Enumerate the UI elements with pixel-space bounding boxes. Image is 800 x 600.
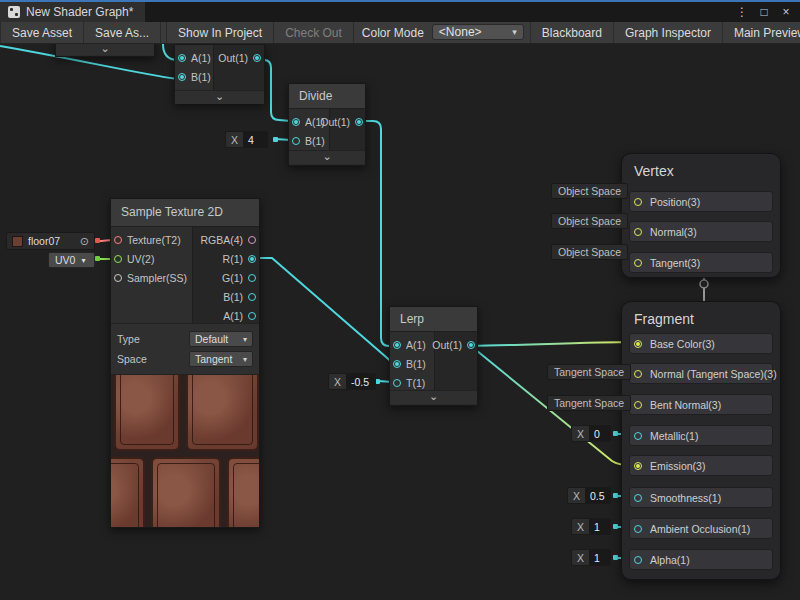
dot-uv [95,256,100,261]
top-math-node[interactable]: A(1) B(1) Out(1) ⌄ [174,44,265,104]
divide-b-value-field[interactable]: X 4 [225,131,268,148]
shader-graph-window: New Shader Graph* ⋮ □ × Save Asset Save … [0,0,800,600]
port-a[interactable] [178,54,186,62]
chevron-down-icon: ▾ [243,335,247,344]
frag-normal-space-pill[interactable]: Tangent Space [547,364,631,380]
uv-channel-dropdown[interactable]: UV0 ▾ [48,252,95,268]
sample-texture-2d-node[interactable]: Sample Texture 2D Texture(T2) UV(2) Samp… [110,198,260,528]
check-out-button: Check Out [274,22,354,43]
texture-thumbnail [12,236,23,247]
wire-r-to-lerp-b[interactable] [253,258,395,364]
chevron-down-icon: ▾ [512,27,517,37]
port-base-color[interactable] [634,340,642,348]
block-link-icon [700,280,708,288]
position-space-pill[interactable]: Object Space [551,183,628,199]
port-alpha[interactable] [634,556,642,564]
port-normal[interactable] [634,228,642,236]
ambient-occlusion-value-field[interactable]: X 1 [571,518,611,535]
show-in-project-button[interactable]: Show In Project [166,22,274,43]
port-sampler[interactable] [114,274,122,282]
bent-normal-space-pill[interactable]: Tangent Space [547,395,631,411]
tab-title: New Shader Graph* [26,5,133,19]
port-b[interactable] [248,293,256,301]
port-texture[interactable] [114,236,122,244]
port-smoothness[interactable] [634,494,642,502]
close-icon[interactable]: × [778,5,794,19]
port-b[interactable] [393,360,401,368]
dot-ao [613,524,618,529]
object-picker-icon[interactable]: ⊙ [80,235,89,248]
tab-new-shader-graph[interactable]: New Shader Graph* [0,2,145,22]
node-title: Sample Texture 2D [111,199,259,227]
toolbar: Save Asset Save As... Show In Project Ch… [0,22,800,44]
port-position[interactable] [634,198,642,206]
dot-divide-b [273,137,278,142]
alpha-value-field[interactable]: X 1 [571,549,611,566]
node-controls: Type Default ▾ Space Tangent ▾ [111,323,259,374]
port-uv[interactable] [114,255,122,263]
node-title: Divide [289,84,365,109]
port-normal-ts[interactable] [634,370,642,378]
texture-asset-field[interactable]: floor07 ⊙ [6,232,95,250]
lerp-node[interactable]: Lerp A(1) B(1) T(1) Out(1) ⌄ [389,306,478,406]
chevron-down-icon: ▾ [81,256,85,265]
color-mode-value: <None> [439,25,482,39]
port-tangent[interactable] [634,259,642,267]
chevron-down-icon[interactable]: ⌄ [390,390,477,404]
dot-alpha [613,555,618,560]
save-asset-button[interactable]: Save Asset [0,22,84,43]
chevron-down-icon[interactable]: ⌄ [175,90,264,104]
color-mode-dropdown[interactable]: <None> ▾ [432,24,524,40]
color-mode-label: Color Mode [354,22,432,43]
shader-graph-icon [8,6,20,18]
port-a[interactable] [248,312,256,320]
port-out[interactable] [253,54,261,62]
normal-space-pill[interactable]: Object Space [551,213,628,229]
main-preview-toggle-button[interactable]: Main Preview [723,22,800,43]
smoothness-value-field[interactable]: X 0.5 [567,487,611,504]
port-metallic[interactable] [634,432,642,440]
vertex-block[interactable]: Vertex Position(3) Normal(3) Tangent(3) [621,153,781,278]
tab-bar: New Shader Graph* ⋮ □ × [0,2,800,22]
block-title: Vertex [622,154,780,183]
port-rgba[interactable] [248,236,256,244]
graph-inspector-toggle-button[interactable]: Graph Inspector [614,22,723,43]
type-label: Type [117,333,140,345]
wire-lerp-to-basecolor[interactable] [471,342,634,346]
divide-node[interactable]: Divide A(1) B(1) Out(1) ⌄ [288,83,366,166]
chevron-down-icon[interactable]: ⌄ [56,44,154,55]
port-a[interactable] [292,118,300,126]
save-as-button[interactable]: Save As... [84,22,161,43]
maximize-icon[interactable]: □ [756,5,772,19]
metallic-value-field[interactable]: X 0 [571,425,611,442]
block-title: Fragment [622,302,780,331]
port-g[interactable] [248,274,256,282]
fragment-block[interactable]: Fragment Base Color(3) Normal (Tangent S… [621,301,781,580]
port-out[interactable] [355,118,363,126]
port-emission[interactable] [634,462,642,470]
space-label: Space [117,353,147,365]
type-dropdown[interactable]: Default ▾ [189,331,253,347]
space-dropdown[interactable]: Tangent ▾ [189,351,253,367]
port-r[interactable] [248,255,256,263]
chevron-down-icon: ▾ [243,355,247,364]
port-b[interactable] [292,137,300,145]
graph-canvas[interactable]: ⌄ A(1) B(1) Out(1) ⌄ Divide A(1) B(1) [0,44,800,600]
port-out[interactable] [467,341,475,349]
port-bent-normal[interactable] [634,401,642,409]
dot-metallic [613,431,618,436]
port-a[interactable] [393,341,401,349]
blackboard-toggle-button[interactable]: Blackboard [530,22,614,43]
collapsed-node[interactable]: ⌄ [55,44,155,57]
tangent-space-pill[interactable]: Object Space [551,244,628,260]
dot-texture [95,238,100,243]
window-controls: ⋮ □ × [734,2,800,22]
port-ambient-occlusion[interactable] [634,525,642,533]
chevron-down-icon[interactable]: ⌄ [289,150,365,164]
port-t[interactable] [393,379,401,387]
window-menu-icon[interactable]: ⋮ [734,5,750,19]
lerp-t-value-field[interactable]: X -0.5 [328,373,376,390]
port-b[interactable] [178,73,186,81]
texture-preview [111,374,259,527]
dot-smoothness [613,493,618,498]
